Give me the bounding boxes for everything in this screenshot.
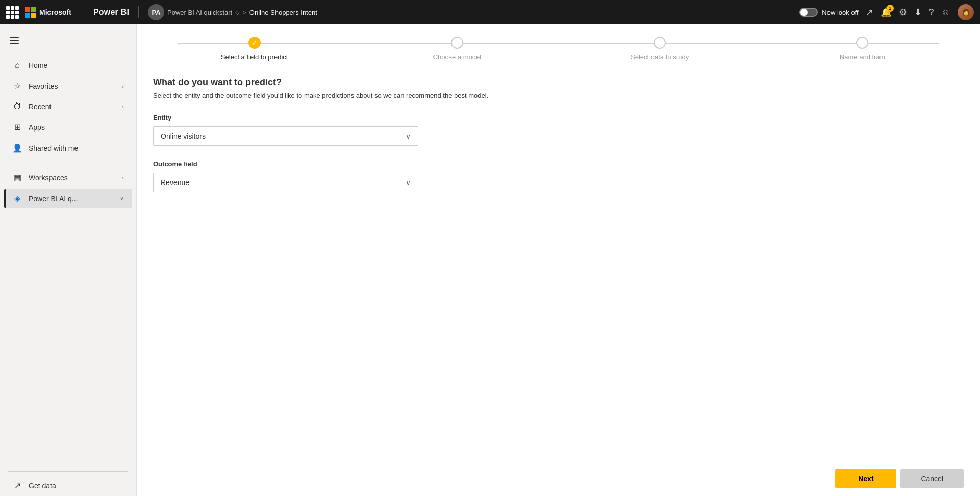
sidebar-item-home[interactable]: ⌂ Home	[4, 56, 132, 75]
sidebar-label-apps: Apps	[29, 123, 124, 132]
workspace-icon-text: PA	[152, 9, 161, 16]
get-data-icon: ↗	[12, 481, 22, 490]
settings-icon[interactable]: ⚙	[899, 7, 907, 18]
svg-rect-2	[10, 43, 19, 44]
ms-logo-text: Microsoft	[39, 8, 71, 16]
outcome-value: Revenue	[161, 178, 189, 187]
breadcrumb-separator: >	[242, 9, 246, 16]
sidebar-label-shared: Shared with me	[29, 144, 124, 152]
chevron-down-icon: ∨	[120, 195, 124, 202]
nav-divider-2	[138, 6, 139, 18]
sidebar-bottom: ↗ Get data	[0, 467, 136, 496]
entity-chevron-icon: ∨	[406, 132, 411, 140]
diamond-icon: ◇	[235, 9, 239, 16]
sidebar-divider-2	[8, 471, 128, 472]
wizard-step-4: Name and train	[761, 37, 964, 61]
help-icon[interactable]: ?	[929, 7, 934, 18]
sidebar-menu-button[interactable]	[4, 31, 24, 51]
footer-buttons: Next Cancel	[137, 461, 980, 496]
product-name: Power BI	[93, 8, 129, 17]
toggle-thumb	[800, 9, 808, 16]
powerbi-ai-icon: ◈	[12, 194, 22, 203]
chevron-icon: ›	[122, 83, 124, 89]
sidebar-item-get-data[interactable]: ↗ Get data	[4, 476, 132, 495]
user-avatar[interactable]: 👩	[958, 4, 974, 20]
cancel-button[interactable]: Cancel	[900, 469, 964, 488]
content-subtitle: Select the entity and the outcome field …	[153, 92, 964, 99]
wizard-steps: ✓ Select a field to predict Choose a mod…	[137, 24, 980, 69]
breadcrumb-workspace[interactable]: Power BI AI quickstart	[167, 9, 232, 16]
top-navigation: Microsoft Power BI PA Power BI AI quicks…	[0, 0, 980, 24]
sidebar-item-favorites[interactable]: ☆ Favorites ›	[4, 76, 132, 96]
sidebar-item-workspaces[interactable]: ▦ Workspaces ›	[4, 168, 132, 188]
new-look-label: New look off	[822, 9, 858, 16]
svg-rect-0	[10, 37, 19, 38]
sidebar-item-shared[interactable]: 👤 Shared with me	[4, 138, 132, 158]
breadcrumb-current[interactable]: Online Shoppers Intent	[249, 9, 317, 16]
notifications-icon[interactable]: 🔔 1	[881, 7, 892, 18]
nav-divider	[84, 6, 84, 18]
notification-badge: 1	[887, 5, 894, 12]
sidebar-label-home: Home	[29, 61, 124, 69]
breadcrumb: PA Power BI AI quickstart ◇ > Online Sho…	[148, 4, 795, 20]
next-button[interactable]: Next	[835, 469, 896, 488]
recent-icon: ⏱	[12, 102, 22, 111]
step-3-circle	[654, 37, 666, 49]
step-4-circle	[856, 37, 868, 49]
chevron-icon: ›	[122, 175, 124, 181]
step-1-circle: ✓	[248, 37, 261, 49]
smiley-icon[interactable]: ☺	[941, 7, 950, 18]
content-area: What do you want to predict? Select the …	[137, 69, 980, 461]
sidebar-label-workspaces: Workspaces	[29, 174, 116, 182]
new-look-toggle[interactable]: New look off	[799, 8, 858, 17]
sidebar-item-apps[interactable]: ⊞ Apps	[4, 117, 132, 137]
sidebar-label-get-data: Get data	[29, 482, 124, 490]
home-icon: ⌂	[12, 61, 22, 70]
step-1-label: Select a field to predict	[221, 53, 288, 61]
sidebar-divider	[8, 163, 128, 163]
microsoft-logo: Microsoft	[25, 7, 71, 18]
favorites-icon: ☆	[12, 81, 22, 91]
sidebar-item-recent[interactable]: ⏱ Recent ›	[4, 97, 132, 116]
svg-rect-1	[10, 40, 19, 41]
entity-dropdown[interactable]: Online visitors ∨	[153, 126, 418, 146]
wizard-step-2: Choose a model	[356, 37, 558, 61]
chevron-icon: ›	[122, 103, 124, 110]
shared-icon: 👤	[12, 143, 22, 153]
step-3-label: Select data to study	[631, 53, 689, 61]
main-content: ✓ Select a field to predict Choose a mod…	[137, 24, 980, 496]
sidebar-label-recent: Recent	[29, 102, 116, 111]
wizard-step-3: Select data to study	[559, 37, 761, 61]
step-4-label: Name and train	[840, 53, 885, 61]
entity-value: Online visitors	[161, 132, 206, 140]
step-2-circle	[451, 37, 463, 49]
waffle-menu[interactable]	[6, 6, 19, 19]
sidebar-label-powerbi-ai: Power BI AI q...	[29, 195, 114, 203]
expand-icon[interactable]: ↗	[866, 7, 873, 18]
sidebar-label-favorites: Favorites	[29, 82, 116, 90]
sidebar: ⌂ Home ☆ Favorites › ⏱ Recent › ⊞ Apps 👤…	[0, 24, 137, 496]
workspace-icon[interactable]: PA	[148, 4, 164, 20]
outcome-chevron-icon: ∨	[406, 178, 411, 187]
toggle-track[interactable]	[799, 8, 818, 17]
workspaces-icon: ▦	[12, 173, 22, 182]
main-layout: ⌂ Home ☆ Favorites › ⏱ Recent › ⊞ Apps 👤…	[0, 24, 980, 496]
step-2-label: Choose a model	[433, 53, 482, 61]
entity-field-group: Entity Online visitors ∨	[153, 114, 964, 146]
apps-icon: ⊞	[12, 122, 22, 132]
outcome-label: Outcome field	[153, 160, 964, 168]
entity-label: Entity	[153, 114, 964, 121]
content-title: What do you want to predict?	[153, 77, 964, 88]
outcome-dropdown[interactable]: Revenue ∨	[153, 173, 418, 192]
sidebar-item-powerbi-ai[interactable]: ◈ Power BI AI q... ∨	[4, 189, 132, 208]
download-icon[interactable]: ⬇	[914, 7, 922, 18]
topnav-actions: New look off ↗ 🔔 1 ⚙ ⬇ ? ☺ 👩	[799, 4, 974, 20]
outcome-field-group: Outcome field Revenue ∨	[153, 160, 964, 192]
wizard-step-1: ✓ Select a field to predict	[153, 37, 356, 61]
